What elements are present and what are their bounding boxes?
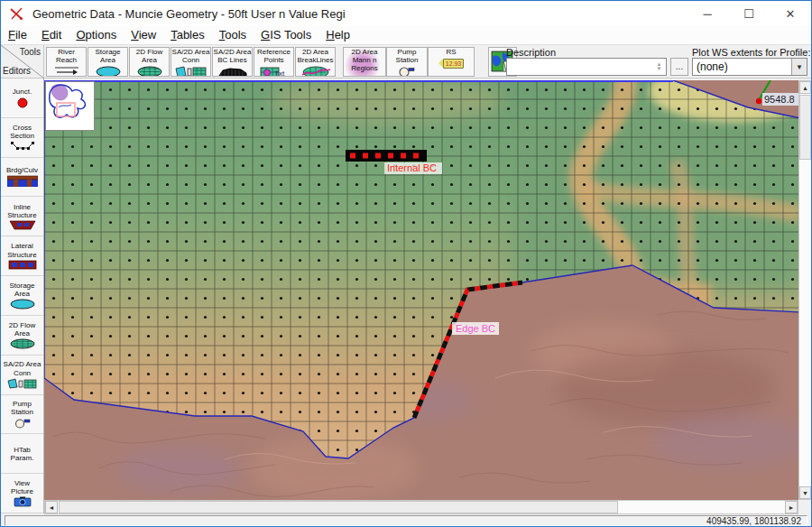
description-label: Description (506, 47, 556, 58)
sa-2d-area-bc-lines-button[interactable]: SA/2D Area BC Lines (212, 47, 253, 77)
river-reach-button[interactable]: River Reach (46, 47, 87, 77)
edge-bc-label: Edge BC (456, 323, 495, 334)
svg-text:Txt: Txt (274, 69, 285, 76)
overview-inset-map[interactable] (46, 82, 95, 131)
description-spinner[interactable]: ▲▼ (654, 59, 664, 75)
internal-bc-line[interactable] (346, 150, 427, 162)
internal-bc-label: Internal BC (387, 162, 437, 173)
profile-dropdown[interactable]: (none) ▼ (692, 58, 807, 76)
junction-icon (17, 97, 28, 108)
storage-area-icon (94, 66, 123, 76)
pump-station-icon (396, 66, 418, 76)
toolbar: River Reach Storage Area 2D Flow Area SA… (44, 45, 812, 79)
sidebar-item-htab-param[interactable]: HTab Param. (1, 434, 43, 474)
sidebar-item-view-picture[interactable]: View Picture (1, 474, 43, 513)
horizontal-scrollbar[interactable]: ◄ ► (44, 500, 798, 514)
river-station-label: 9548.8 (764, 94, 795, 105)
terrain-mesh-map: Internal BC Edge BC 9548.8 (44, 80, 798, 500)
tools-editors-corner: Tools Editors (1, 45, 44, 79)
sidebar-item-storage-area[interactable]: Storage Area (1, 276, 43, 316)
pump-station-button[interactable]: Pump Station (386, 47, 428, 77)
chevron-down-icon[interactable]: ▼ (791, 59, 807, 75)
reference-points-icon: Txt (259, 66, 290, 76)
inline-structure-icon (9, 220, 36, 230)
description-input[interactable] (506, 58, 667, 76)
vertical-scroll-thumb[interactable] (799, 95, 811, 160)
description-browse-button[interactable]: ... (670, 58, 688, 76)
menu-help[interactable]: Help (318, 26, 357, 44)
rs-button[interactable]: RS 12.93 (428, 47, 475, 77)
river-reach-icon (53, 66, 80, 76)
menu-tools[interactable]: Tools (212, 26, 254, 44)
menu-edit[interactable]: Edit (34, 26, 69, 44)
sa-2d-area-bc-lines-icon (217, 66, 248, 76)
plot-ws-label: Plot WS extents for Profile: (692, 47, 810, 58)
sidebar-item-pump-station[interactable]: Pump Station (1, 395, 43, 435)
2d-area-breaklines-icon (300, 66, 331, 76)
scroll-left-arrow[interactable]: ◄ (45, 501, 58, 513)
profile-dropdown-value: (none) (693, 60, 791, 73)
app-icon (9, 6, 24, 22)
geometric-data-window: Geometric Data - Muncie Geometry - 50ft … (0, 0, 812, 527)
maximize-button[interactable]: ☐ (728, 1, 770, 26)
2d-area-mann-n-regions-button[interactable]: 2D Area Mann n Regions (343, 47, 386, 77)
status-bar: 409435.99, 1801138.92 (1, 514, 811, 526)
map-canvas[interactable]: Internal BC Edge BC 9548.8 (44, 80, 798, 500)
title-bar: Geometric Data - Muncie Geometry - 50ft … (1, 1, 811, 26)
close-button[interactable]: ✕ (770, 1, 811, 26)
storage-area-icon (9, 299, 36, 310)
menu-gis-tools[interactable]: GIS Tools (254, 26, 318, 44)
sidebar-item-sa-2d-conn[interactable]: SA/2D Area Conn (1, 356, 43, 395)
scroll-down-arrow[interactable]: ▼ (799, 486, 811, 499)
corner-tools-label: Tools (20, 47, 41, 57)
rs-tag-icon: 12.93 (438, 59, 465, 69)
lateral-structure-icon (8, 260, 37, 270)
2d-area-breaklines-button[interactable]: 2D Area BreakLines (295, 47, 336, 77)
2d-flow-area-icon (135, 66, 164, 76)
sidebar-item-2d-flow-area[interactable]: 2D Flow Area (1, 316, 43, 356)
scroll-right-arrow[interactable]: ► (785, 501, 798, 513)
minimize-button[interactable]: ─ (687, 1, 728, 26)
sidebar-item-bridge-culvert[interactable]: Brdg/Culv (1, 158, 43, 198)
cursor-coordinates: 409435.99, 1801138.92 (5, 515, 807, 526)
horizontal-scroll-thumb[interactable] (59, 501, 618, 513)
window-title: Geometric Data - Muncie Geometry - 50ft … (32, 7, 346, 21)
sidebar-item-cross-section[interactable]: Cross Section (1, 118, 43, 158)
storage-area-button[interactable]: Storage Area (88, 47, 128, 77)
editors-sidebar: Junct. Cross Section Brdg/Culv Inline St… (1, 79, 44, 513)
menu-view[interactable]: View (124, 26, 163, 44)
2d-flow-area-icon (9, 338, 36, 349)
sidebar-item-inline-structure[interactable]: Inline Structure (1, 197, 43, 236)
menu-bar: File Edit Options View Tables Tools GIS … (1, 26, 811, 45)
menu-tables[interactable]: Tables (163, 26, 212, 44)
scroll-up-arrow[interactable]: ▲ (799, 81, 811, 94)
sa-2d-conn-icon (7, 378, 38, 389)
2d-flow-area-button[interactable]: 2D Flow Area (129, 47, 170, 77)
sa-2d-area-conn-button[interactable]: SA/2D Area Conn (171, 47, 211, 77)
menu-options[interactable]: Options (69, 26, 124, 44)
station-endpoint-dot (756, 98, 761, 104)
vertical-scrollbar[interactable]: ▲ ▼ (798, 80, 812, 500)
pump-station-icon (13, 418, 32, 429)
camera-icon (14, 496, 32, 507)
reference-points-button[interactable]: Reference Points Txt (254, 47, 294, 77)
corner-editors-label: Editors (3, 66, 31, 76)
sidebar-item-lateral-structure[interactable]: Lateral Structure (1, 236, 43, 276)
bridge-culvert-icon (7, 175, 38, 188)
menu-file[interactable]: File (1, 26, 34, 44)
scrollbar-corner (798, 500, 812, 514)
sa-2d-area-conn-icon (175, 66, 208, 76)
cross-section-icon (11, 141, 34, 151)
sidebar-item-junction[interactable]: Junct. (1, 79, 43, 118)
